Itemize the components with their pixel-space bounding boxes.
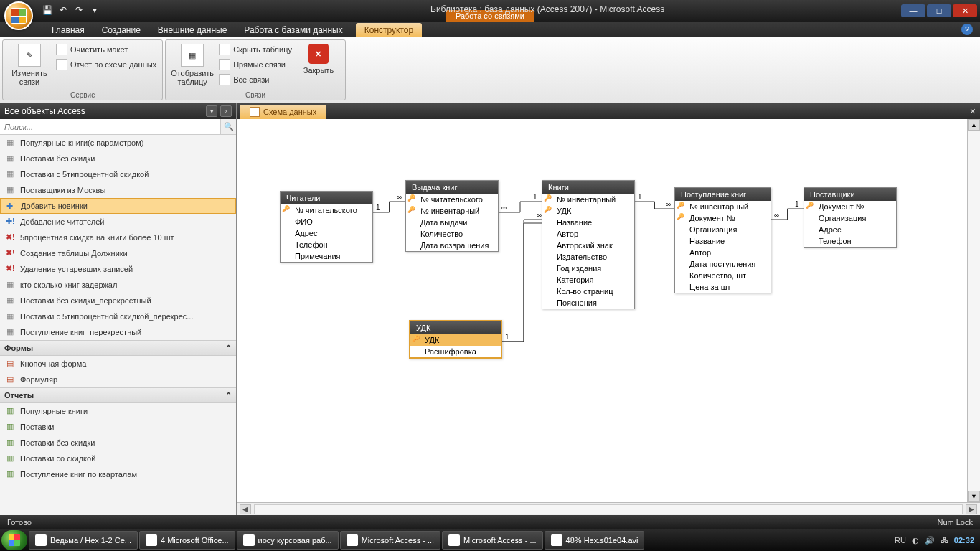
nav-item[interactable]: ▥Поставки со скидкой: [0, 451, 236, 466]
table-field[interactable]: ФИО: [281, 216, 372, 227]
table-field[interactable]: Расшифровка: [410, 346, 501, 357]
table-field[interactable]: Количество, шт: [675, 270, 771, 281]
table-field[interactable]: Дата выдачи: [406, 217, 498, 228]
nav-item[interactable]: ✚!Добавить новинки: [0, 198, 236, 214]
table-field[interactable]: Документ №: [804, 201, 896, 212]
table-field[interactable]: Автор: [675, 247, 771, 258]
nav-item[interactable]: ▤Формуляр: [0, 372, 236, 387]
table-t6[interactable]: УДКУДКРасшифровка: [409, 320, 502, 359]
taskbar-item[interactable]: 48% Hex.s01e04.avi: [545, 531, 645, 550]
save-icon[interactable]: 💾: [42, 5, 53, 17]
nav-item[interactable]: ▦Поставки без скидки: [0, 151, 236, 166]
taskbar-item[interactable]: Microsoft Access - ...: [340, 531, 440, 550]
tab-design[interactable]: Конструктор: [356, 23, 422, 37]
vertical-scrollbar[interactable]: ▲ ▼: [967, 119, 980, 502]
search-icon[interactable]: 🔍: [220, 119, 236, 134]
nav-item[interactable]: ▥Поставки: [0, 419, 236, 435]
hide-table-button[interactable]: Скрыть таблицу: [217, 42, 293, 57]
direct-relations-button[interactable]: Прямые связи: [217, 57, 293, 72]
tab-create[interactable]: Создание: [93, 23, 149, 37]
close-document-icon[interactable]: ×: [970, 105, 976, 117]
nav-item[interactable]: ▦Популярные книги(с параметром): [0, 135, 236, 151]
table-field[interactable]: Название: [675, 235, 771, 247]
table-field[interactable]: № инвентарный: [675, 201, 771, 212]
tab-database-tools[interactable]: Работа с базами данных: [235, 23, 351, 37]
table-field[interactable]: Кол-во страниц: [542, 286, 634, 297]
table-t1[interactable]: Читатели№ читательскогоФИОАдресТелефонПр…: [280, 191, 373, 263]
table-field[interactable]: № читательского: [406, 194, 498, 205]
help-icon[interactable]: ?: [961, 24, 973, 35]
nav-item[interactable]: ✖!Удаление устаревших записей: [0, 261, 236, 277]
table-t2[interactable]: Выдача книг№ читательского№ инвентарныйД…: [405, 180, 499, 252]
table-field[interactable]: Адрес: [281, 227, 372, 239]
table-field[interactable]: Телефон: [281, 239, 372, 250]
table-field[interactable]: Дата поступления: [675, 258, 771, 270]
table-field[interactable]: Категория: [542, 274, 634, 286]
table-field[interactable]: Документ №: [675, 212, 771, 224]
table-field[interactable]: № читательского: [281, 204, 372, 216]
table-title[interactable]: Читатели: [281, 192, 372, 204]
table-field[interactable]: Год издания: [542, 263, 634, 274]
doc-tab-schema[interactable]: Схема данных: [240, 105, 326, 119]
nav-item[interactable]: ▦Поставщики из Москвы: [0, 182, 236, 198]
taskbar-item[interactable]: иосу курсовая раб...: [237, 531, 339, 550]
scroll-right-icon[interactable]: ▶: [966, 504, 977, 514]
table-field[interactable]: Организация: [804, 212, 896, 224]
nav-item[interactable]: ▦кто сколько книг задержал: [0, 277, 236, 293]
nav-item[interactable]: ✖!5процентная скидка на книги более 10 ш…: [0, 230, 236, 245]
table-title[interactable]: Выдача книг: [406, 181, 498, 194]
table-title[interactable]: Поступление книг: [675, 188, 771, 201]
table-field[interactable]: Телефон: [804, 235, 896, 247]
table-field[interactable]: Автор: [542, 228, 634, 240]
table-field[interactable]: Цена за шт: [675, 281, 771, 293]
network-icon[interactable]: 🖧: [941, 536, 948, 545]
all-relations-button[interactable]: Все связи: [217, 72, 293, 87]
nav-item[interactable]: ✚!Добавление читателей: [0, 214, 236, 230]
close-relations-button[interactable]: ✕ Закрыть: [296, 42, 341, 76]
scroll-left-icon[interactable]: ◀: [240, 504, 251, 514]
show-table-button[interactable]: ▦ Отобразить таблицу: [170, 42, 215, 88]
nav-dropdown-icon[interactable]: ▾: [206, 105, 217, 117]
table-field[interactable]: Количество: [406, 228, 498, 240]
table-field[interactable]: Адрес: [804, 224, 896, 235]
table-field[interactable]: Авторский знак: [542, 240, 634, 251]
table-field[interactable]: Организация: [675, 224, 771, 235]
nav-item[interactable]: ▦Поступление книг_перекрестный: [0, 324, 236, 340]
table-field[interactable]: Издательство: [542, 251, 634, 263]
h-track[interactable]: [254, 504, 963, 514]
table-field[interactable]: Название: [542, 217, 634, 228]
clear-layout-button[interactable]: Очистить макет: [55, 42, 158, 57]
table-field[interactable]: Примечания: [281, 250, 372, 262]
clock[interactable]: 02:32: [954, 536, 974, 545]
table-t4[interactable]: Поступление книг№ инвентарныйДокумент №О…: [674, 187, 771, 293]
table-field[interactable]: № инвентарный: [406, 205, 498, 217]
close-window-button[interactable]: ✕: [953, 4, 977, 17]
qat-dropdown-icon[interactable]: ▾: [89, 5, 100, 17]
table-title[interactable]: Книги: [542, 181, 634, 194]
redo-icon[interactable]: ↷: [73, 5, 85, 17]
nav-item[interactable]: ▥Поступление книг по кварталам: [0, 466, 236, 482]
relation-report-button[interactable]: Отчет по схеме данных: [55, 57, 158, 72]
volume-icon[interactable]: 🔊: [925, 536, 935, 545]
nav-item[interactable]: ▦Поставки без скидки_перекрестный: [0, 293, 236, 309]
table-title[interactable]: УДК: [410, 321, 501, 334]
table-field[interactable]: УДК: [542, 205, 634, 217]
edit-relations-button[interactable]: ✎ Изменить связи: [7, 42, 52, 88]
tab-home[interactable]: Главная: [43, 23, 93, 37]
table-field[interactable]: Дата возвращения: [406, 240, 498, 251]
search-input[interactable]: [0, 119, 220, 134]
table-title[interactable]: Поставщики: [804, 188, 896, 201]
office-button[interactable]: [4, 1, 33, 30]
horizontal-scrollbar[interactable]: ◀ ▶: [237, 502, 980, 515]
table-field[interactable]: УДК: [410, 334, 501, 346]
nav-collapse-icon[interactable]: «: [220, 105, 232, 117]
relationships-canvas[interactable]: 1∞∞11∞∞11∞ Читатели№ читательскогоФИОАдр…: [237, 119, 980, 502]
taskbar-item[interactable]: Microsoft Access - ...: [442, 531, 542, 550]
start-button[interactable]: [1, 530, 27, 550]
nav-item[interactable]: ▥Поставки без скидки: [0, 435, 236, 451]
scroll-down-icon[interactable]: ▼: [968, 491, 980, 502]
nav-item[interactable]: ▤Кнопочная форма: [0, 356, 236, 372]
nav-item[interactable]: ✖!Создание таблицы Должники: [0, 245, 236, 261]
taskbar-item[interactable]: Ведьма / Hex 1-2 Се...: [29, 531, 138, 550]
table-t5[interactable]: ПоставщикиДокумент №ОрганизацияАдресТеле…: [804, 187, 897, 248]
